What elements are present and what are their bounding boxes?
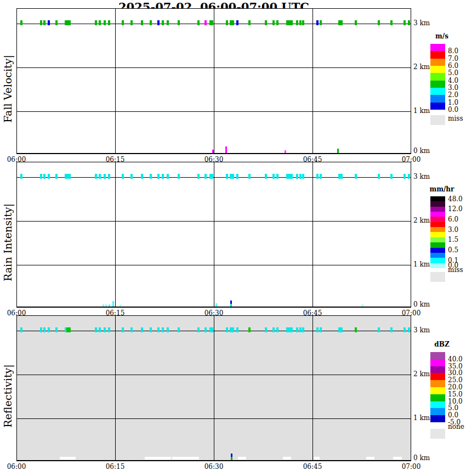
legend-value-label: 1.0 bbox=[448, 99, 458, 106]
echo-tick bbox=[288, 327, 293, 332]
echo-tick bbox=[48, 327, 50, 332]
surface-echo bbox=[120, 304, 121, 307]
time-gridline bbox=[312, 9, 313, 153]
surface-echo bbox=[225, 146, 227, 153]
legend-color-band bbox=[430, 366, 445, 373]
altitude-gridline bbox=[17, 177, 411, 178]
time-gridline bbox=[115, 316, 116, 460]
echo-tick bbox=[236, 174, 238, 179]
echo-tick bbox=[211, 174, 213, 179]
time-gridline bbox=[214, 162, 214, 307]
time-axis-label: 06:00 bbox=[7, 463, 26, 471]
echo-tick bbox=[265, 20, 267, 25]
echo-tick bbox=[150, 20, 152, 25]
echo-tick bbox=[66, 327, 71, 332]
echo-tick bbox=[296, 20, 298, 25]
echo-tick bbox=[167, 20, 169, 25]
altitude-axis-label: 3 km bbox=[413, 19, 430, 27]
echo-tick bbox=[338, 174, 343, 179]
surface-echo bbox=[230, 304, 232, 307]
time-axis-label: 06:15 bbox=[106, 309, 125, 317]
legend-value-label: 4.0 bbox=[448, 77, 458, 84]
legend-color-band bbox=[430, 242, 445, 248]
echo-tick bbox=[55, 20, 58, 25]
echo-tick bbox=[104, 327, 106, 332]
echo-tick bbox=[157, 327, 160, 332]
legend-value-label: 0.5 bbox=[448, 246, 458, 254]
echo-tick bbox=[338, 327, 343, 332]
legend-missing-band bbox=[430, 429, 445, 439]
legend-color-band bbox=[430, 258, 445, 263]
echo-tick bbox=[150, 174, 152, 179]
legend-missing-band bbox=[430, 115, 445, 125]
legend-color-band bbox=[430, 263, 445, 269]
echo-tick bbox=[108, 327, 110, 332]
legend-color-band bbox=[430, 73, 445, 81]
echo-tick bbox=[408, 174, 410, 179]
echo-tick bbox=[378, 327, 380, 332]
time-axis-label: 06:15 bbox=[106, 463, 125, 471]
echo-tick bbox=[167, 174, 169, 179]
legend-color-band bbox=[430, 359, 445, 366]
echo-tick bbox=[204, 20, 207, 25]
echo-tick bbox=[302, 174, 304, 179]
echo-tick bbox=[178, 20, 180, 25]
echo-tick bbox=[104, 174, 106, 179]
altitude-gridline bbox=[17, 24, 411, 24]
fall-velocity-legend-title: m/s bbox=[435, 32, 448, 40]
reflectivity-plot bbox=[16, 315, 411, 461]
legend-value-label: 8.0 bbox=[448, 47, 458, 55]
echo-tick bbox=[197, 327, 200, 332]
echo-tick bbox=[299, 174, 302, 179]
echo-tick bbox=[226, 20, 228, 25]
echo-tick bbox=[95, 174, 97, 179]
echo-tick bbox=[99, 327, 101, 332]
legend-color-band bbox=[430, 51, 445, 59]
echo-tick bbox=[162, 20, 164, 25]
legend-value-label: 48.0 bbox=[448, 195, 463, 203]
echo-tick bbox=[40, 327, 42, 332]
legend-color-band bbox=[430, 232, 445, 237]
echo-tick bbox=[95, 20, 97, 25]
echo-tick bbox=[20, 20, 22, 25]
altitude-axis-label: 1 km bbox=[413, 414, 430, 422]
altitude-axis-label: 0 km bbox=[413, 147, 430, 155]
echo-tick bbox=[320, 174, 322, 179]
time-gridline bbox=[115, 162, 116, 307]
mrr-time-height-figure: 2025-07-02 06:00-07:00 UTC Fall Velocity… bbox=[0, 0, 466, 476]
echo-tick bbox=[40, 174, 42, 179]
echo-tick bbox=[122, 20, 124, 25]
legend-value-label: 5.0 bbox=[448, 69, 458, 77]
legend-color-band bbox=[430, 207, 445, 212]
echo-tick bbox=[296, 174, 298, 179]
time-axis-label: 07:00 bbox=[402, 463, 421, 471]
echo-tick bbox=[95, 327, 97, 332]
echo-tick bbox=[130, 174, 133, 179]
echo-tick bbox=[355, 174, 357, 179]
echo-tick bbox=[162, 174, 164, 179]
echo-tick bbox=[130, 327, 133, 332]
legend-missing-label: miss bbox=[448, 266, 463, 274]
echo-tick bbox=[299, 327, 302, 332]
surface-echo bbox=[285, 150, 286, 153]
reflectivity-axis-label: Reflectivity| bbox=[2, 364, 14, 427]
legend-value-label: 3.0 bbox=[448, 226, 458, 234]
echo-tick bbox=[232, 20, 234, 25]
echo-tick bbox=[320, 327, 322, 332]
echo-tick bbox=[108, 20, 110, 25]
time-gridline bbox=[312, 162, 313, 307]
echo-tick bbox=[288, 174, 293, 179]
echo-tick bbox=[404, 174, 406, 179]
legend-value-label: 0.0 bbox=[448, 106, 458, 114]
surface-white-patch bbox=[60, 457, 76, 460]
time-axis-label: 06:30 bbox=[204, 463, 224, 471]
time-axis-label: 06:00 bbox=[7, 156, 26, 163]
surface-echo bbox=[103, 304, 104, 307]
altitude-gridline bbox=[17, 418, 411, 419]
echo-tick bbox=[404, 327, 406, 332]
legend-color-band bbox=[430, 95, 445, 103]
legend-color-band bbox=[430, 394, 445, 401]
echo-tick bbox=[226, 174, 228, 179]
surface-echo bbox=[212, 150, 214, 153]
echo-tick bbox=[197, 174, 200, 179]
